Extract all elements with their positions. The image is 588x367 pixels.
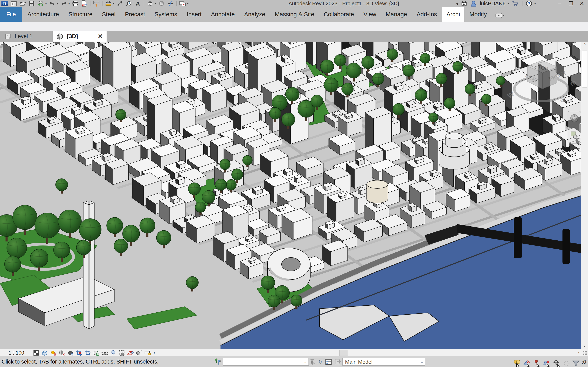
tab-file[interactable]: File — [0, 7, 22, 22]
highlight-displacement-sets-icon[interactable] — [136, 350, 142, 356]
export-pdf-icon[interactable]: PDF — [81, 0, 88, 7]
tab-modify[interactable]: Modify — [465, 7, 491, 22]
temporary-view-properties-icon[interactable] — [118, 350, 125, 356]
redo-dropdown-caret[interactable]: ▾ — [68, 2, 70, 5]
user-dropdown-caret[interactable]: ▾ — [508, 2, 509, 5]
selection-toggles: :0 — [513, 358, 586, 367]
ribbon-collapsed-strip — [0, 22, 588, 31]
sun-path-off-icon[interactable] — [50, 350, 57, 356]
view-tab-level-1[interactable]: Level 1 — [0, 31, 58, 42]
text-icon[interactable]: A — [134, 0, 141, 7]
user-avatar-icon[interactable] — [470, 0, 477, 7]
worksets-icon[interactable] — [214, 358, 221, 366]
reveal-hidden-elements-icon[interactable] — [110, 350, 117, 356]
viewcube[interactable]: W S E TOP LEFT FRONT — [494, 58, 581, 109]
signed-in-user[interactable]: luisPDAN6 — [480, 0, 506, 7]
restore-button[interactable]: ❐ — [567, 0, 575, 7]
measure-dropdown-caret[interactable]: ▾ — [113, 2, 114, 5]
section-icon[interactable] — [158, 0, 165, 7]
properties-window-icon[interactable] — [10, 0, 17, 7]
tab-precast[interactable]: Precast — [121, 7, 149, 22]
vertical-scroll-thumb[interactable] — [582, 50, 587, 88]
undo-icon[interactable] — [49, 0, 56, 7]
active-design-option-select[interactable]: Main Model⌄ — [342, 358, 425, 366]
selection-filter-icon[interactable] — [572, 360, 580, 367]
open-icon[interactable] — [19, 0, 26, 7]
thin-lines-icon[interactable] — [167, 0, 174, 7]
horizontal-scroll-thumb[interactable] — [339, 350, 348, 356]
default-3d-view-icon[interactable] — [146, 0, 153, 7]
navigation-bar[interactable] — [568, 111, 581, 143]
measure-icon[interactable] — [105, 0, 112, 7]
tab-view[interactable]: View — [359, 7, 380, 22]
reveal-constraints-icon[interactable] — [144, 350, 151, 356]
drag-elements-on-selection-icon[interactable] — [553, 359, 561, 367]
tab-steel[interactable]: Steel — [98, 7, 120, 22]
sync-dropdown-caret[interactable]: ▾ — [45, 2, 47, 5]
tab-annotate[interactable]: Annotate — [207, 7, 239, 22]
close-view-tab-icon[interactable]: ✕ — [98, 31, 103, 42]
print-icon[interactable] — [72, 0, 79, 7]
visual-style-icon[interactable] — [41, 350, 48, 356]
close-hidden-windows-icon[interactable] — [179, 0, 186, 7]
resize-grip[interactable] — [583, 351, 587, 355]
help-dropdown-caret[interactable]: ▾ — [534, 2, 536, 5]
tab-architecture[interactable]: Architecture — [23, 7, 63, 22]
measure-between-icon[interactable] — [116, 0, 123, 7]
tab-collaborate[interactable]: Collaborate — [320, 7, 358, 22]
select-links-icon[interactable] — [513, 359, 521, 367]
tab-manage[interactable]: Manage — [381, 7, 411, 22]
zoom-icon[interactable] — [571, 132, 578, 140]
3d-city-model[interactable] — [0, 42, 581, 349]
tab-insert[interactable]: Insert — [182, 7, 206, 22]
temporary-hide-isolate-icon[interactable] — [101, 350, 108, 356]
tab-systems[interactable]: Systems — [150, 7, 182, 22]
editable-only-filter-icon[interactable] — [310, 359, 317, 367]
drawing-area[interactable]: W S E TOP LEFT FRONT — [0, 42, 581, 349]
unlocked-3d-view-icon[interactable] — [93, 350, 99, 356]
scroll-up-icon[interactable]: ⌃ — [581, 42, 588, 49]
steering-wheel-icon[interactable] — [571, 115, 578, 122]
tab-structure[interactable]: Structure — [64, 7, 97, 22]
tab-massing-site[interactable]: Massing & Site — [270, 7, 319, 22]
exclude-options-icon[interactable] — [334, 358, 342, 366]
navbar-dropdown-caret[interactable] — [573, 127, 576, 129]
select-pinned-elements-icon[interactable] — [533, 359, 541, 367]
app-store-cart-icon[interactable] — [512, 0, 519, 7]
redo-icon[interactable] — [60, 0, 67, 7]
scroll-down-icon[interactable]: ⌄ — [581, 342, 588, 349]
minimize-button[interactable]: – — [556, 0, 564, 7]
active-workset-select[interactable]: ⌄ — [223, 358, 309, 366]
tab-add-ins[interactable]: Add-Ins — [412, 7, 441, 22]
view-bar-collapse-icon[interactable]: ‹ — [154, 350, 155, 356]
view-tab-3d[interactable]: {3D} ✕ — [53, 31, 107, 42]
shadows-off-icon[interactable] — [58, 350, 65, 356]
close-button[interactable]: ✕ — [578, 0, 586, 7]
3d-view-dropdown-caret[interactable]: ▾ — [155, 2, 156, 5]
rendering-dialog-icon[interactable] — [67, 350, 74, 356]
scroll-right-icon[interactable]: › — [578, 349, 580, 356]
aligned-dimension-icon[interactable] — [93, 0, 100, 7]
show-crop-region-icon[interactable] — [84, 350, 91, 356]
view-scale[interactable]: 1 : 100 — [9, 349, 24, 356]
sync-with-central-icon[interactable] — [37, 0, 44, 7]
help-icon[interactable]: ? — [526, 0, 532, 7]
save-icon[interactable] — [28, 0, 35, 7]
collapse-left-icon[interactable]: ◂ — [456, 1, 458, 6]
tab-archi[interactable]: Archi — [442, 7, 464, 22]
revit-logo-icon[interactable]: R — [1, 0, 8, 7]
qat-customize-caret[interactable]: ▾ — [187, 2, 189, 5]
select-underlay-elements-icon[interactable] — [523, 359, 531, 367]
design-options-icon[interactable] — [325, 358, 333, 366]
tab-analyze[interactable]: Analyze — [240, 7, 269, 22]
ribbon-display-toggle-icon[interactable] — [495, 13, 505, 18]
tag-by-category-icon[interactable]: 1 — [125, 0, 132, 7]
svg-text:R: R — [3, 1, 7, 6]
show-analytical-model-icon[interactable] — [127, 350, 134, 356]
crop-view-off-icon[interactable] — [76, 350, 82, 356]
detail-level-icon[interactable] — [33, 350, 39, 356]
undo-dropdown-caret[interactable]: ▾ — [57, 2, 58, 5]
vertical-scrollbar[interactable]: ⌃ ⌄ — [581, 42, 588, 349]
select-elements-by-face-icon[interactable] — [543, 359, 551, 367]
search-binoculars-icon[interactable] — [461, 0, 467, 7]
